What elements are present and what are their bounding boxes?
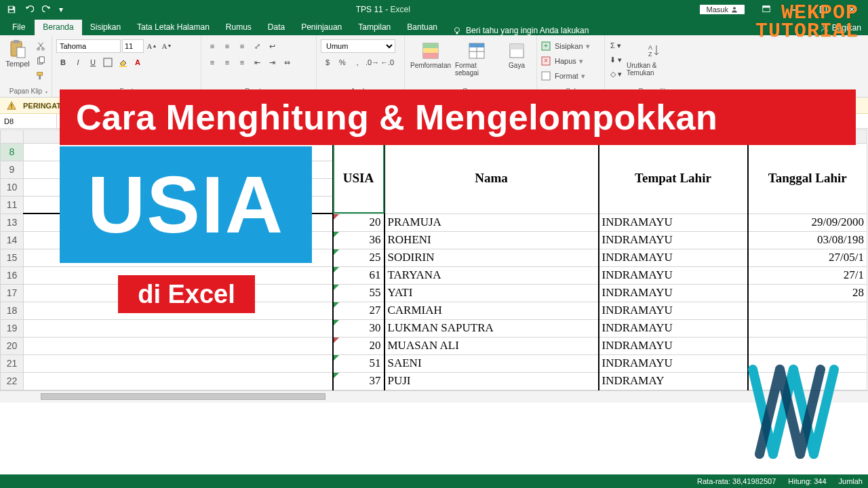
cell-nama[interactable]: YATI xyxy=(384,284,599,302)
cell-tempat[interactable]: INDRAMAYU xyxy=(599,214,748,231)
clear-icon[interactable]: ◇ ▾ xyxy=(609,67,623,81)
font-color-icon[interactable]: A xyxy=(131,56,144,69)
cell-nama[interactable]: PRAMUJA xyxy=(384,214,599,231)
bold-icon[interactable]: B xyxy=(56,56,70,69)
align-center-icon[interactable]: ≡ xyxy=(220,56,234,69)
header-usia[interactable]: USIA xyxy=(333,143,384,214)
cell-nama[interactable]: PUJI xyxy=(384,372,599,390)
paste-button[interactable]: Tempel xyxy=(4,37,31,68)
save-icon[interactable] xyxy=(4,2,19,17)
cell-tempat[interactable]: INDRAMAYU xyxy=(599,231,748,249)
wrap-text-icon[interactable]: ↩ xyxy=(265,39,279,53)
cell-usia[interactable]: 51 xyxy=(333,354,384,372)
font-name-input[interactable] xyxy=(56,39,121,53)
cell-tempat[interactable]: INDRAMAY xyxy=(599,372,748,390)
select-all-corner[interactable] xyxy=(1,129,24,143)
orientation-icon[interactable]: ⤢ xyxy=(250,39,264,53)
decrease-indent-icon[interactable]: ⇤ xyxy=(250,56,264,69)
header-tempat[interactable]: Tempat Lahir xyxy=(599,143,748,214)
cell-tanggal[interactable] xyxy=(748,319,867,337)
row-header[interactable]: 22 xyxy=(1,372,24,390)
row-header[interactable]: 20 xyxy=(1,337,24,354)
cell-usia[interactable]: 61 xyxy=(333,266,384,284)
row-header[interactable]: 14 xyxy=(1,231,24,249)
increase-decimal-icon[interactable]: .0→ xyxy=(366,56,379,69)
cell-nama[interactable]: LUKMAN SAPUTRA xyxy=(384,319,599,337)
cell-usia[interactable]: 30 xyxy=(333,319,384,337)
increase-indent-icon[interactable]: ⇥ xyxy=(265,56,279,69)
cell-tempat[interactable]: INDRAMAYU xyxy=(599,319,748,337)
cell-tempat[interactable]: INDRAMAYU xyxy=(599,302,748,319)
accounting-icon[interactable]: $ xyxy=(321,56,334,69)
align-middle-icon[interactable]: ≡ xyxy=(220,39,234,53)
qat-customize-icon[interactable]: ▾ xyxy=(57,2,65,17)
row-header[interactable]: 19 xyxy=(1,319,24,337)
cell-tanggal[interactable] xyxy=(748,302,867,319)
decrease-font-icon[interactable]: A▼ xyxy=(160,39,174,53)
number-format-select[interactable]: Umum xyxy=(321,39,395,53)
cell-nama[interactable]: ROHENI xyxy=(384,231,599,249)
italic-icon[interactable]: I xyxy=(71,56,85,69)
font-size-input[interactable] xyxy=(122,39,144,53)
cell-styles-button[interactable]: Gaya xyxy=(501,39,532,69)
delete-cells-button[interactable]: ×Hapus▾ xyxy=(541,54,583,68)
name-box[interactable]: D8 xyxy=(0,114,57,128)
row-header[interactable]: 15 xyxy=(1,249,24,266)
align-right-icon[interactable]: ≡ xyxy=(235,56,249,69)
cell-usia[interactable]: 25 xyxy=(333,249,384,266)
insert-cells-button[interactable]: +Sisipkan▾ xyxy=(541,39,590,54)
row-header[interactable]: 17 xyxy=(1,284,24,302)
cell-tempat[interactable]: INDRAMAYU xyxy=(599,266,748,284)
login-button[interactable]: Masuk xyxy=(700,5,745,14)
cell-usia[interactable]: 27 xyxy=(333,302,384,319)
cell-nama[interactable]: CARMIAH xyxy=(384,302,599,319)
sort-filter-button[interactable]: AZ Urutkan & Temukan xyxy=(627,39,681,77)
cell-tempat[interactable]: INDRAMAYU xyxy=(599,354,748,372)
horizontal-scrollbar[interactable] xyxy=(0,390,868,403)
copy-icon[interactable] xyxy=(34,54,47,68)
cell-usia[interactable]: 36 xyxy=(333,231,384,249)
cell-tanggal[interactable]: 03/08/198 xyxy=(748,231,867,249)
tab-insert[interactable]: Sisipkan xyxy=(82,20,129,35)
tab-formulas[interactable]: Rumus xyxy=(218,20,260,35)
row-header[interactable]: 10 xyxy=(1,178,24,196)
cell-tanggal[interactable]: 29/09/2000 xyxy=(748,214,867,231)
undo-icon[interactable] xyxy=(22,2,37,17)
tab-file[interactable]: File xyxy=(3,20,35,35)
cell-nama[interactable]: SAENI xyxy=(384,354,599,372)
underline-icon[interactable]: U xyxy=(86,56,100,69)
header-nama[interactable]: Nama xyxy=(384,143,599,214)
align-bottom-icon[interactable]: ≡ xyxy=(235,39,249,53)
format-as-table-button[interactable]: Format sebagai xyxy=(455,39,498,77)
row-header[interactable]: 13 xyxy=(1,214,24,231)
cell-usia[interactable]: 55 xyxy=(333,284,384,302)
cell-tanggal[interactable]: 28 xyxy=(748,284,867,302)
cell-tempat[interactable]: INDRAMAYU xyxy=(599,284,748,302)
cell-usia[interactable]: 37 xyxy=(333,372,384,390)
format-cells-button[interactable]: Format▾ xyxy=(541,68,585,83)
autosum-icon[interactable]: Σ ▾ xyxy=(609,39,623,52)
tab-review[interactable]: Peninjauan xyxy=(293,20,350,35)
align-top-icon[interactable]: ≡ xyxy=(205,39,219,53)
redo-icon[interactable] xyxy=(39,2,54,17)
row-header[interactable]: 18 xyxy=(1,302,24,319)
cell-nama[interactable]: SODIRIN xyxy=(384,249,599,266)
fill-color-icon[interactable] xyxy=(116,56,130,69)
decrease-decimal-icon[interactable]: ←.0 xyxy=(380,56,394,69)
conditional-formatting-button[interactable]: Pemformatan xyxy=(409,39,452,69)
row-header[interactable]: 16 xyxy=(1,266,24,284)
tab-view[interactable]: Tampilan xyxy=(350,20,399,35)
cell-tanggal[interactable]: 27/1 xyxy=(748,266,867,284)
cell-tanggal[interactable] xyxy=(748,337,867,354)
increase-font-icon[interactable]: A▲ xyxy=(145,39,159,53)
tab-pagelayout[interactable]: Tata Letak Halaman xyxy=(129,20,218,35)
tell-me-box[interactable]: Beri tahu yang ingin Anda lakukan xyxy=(452,26,589,35)
row-header[interactable]: 9 xyxy=(1,161,24,178)
tab-home[interactable]: Beranda xyxy=(35,20,81,35)
border-icon[interactable] xyxy=(101,56,115,69)
cell-tempat[interactable]: INDRAMAYU xyxy=(599,337,748,354)
percent-icon[interactable]: % xyxy=(336,56,349,69)
scrollbar-thumb[interactable] xyxy=(41,393,326,400)
row-header[interactable]: 8 xyxy=(1,143,24,161)
cell-nama[interactable]: TARYANA xyxy=(384,266,599,284)
